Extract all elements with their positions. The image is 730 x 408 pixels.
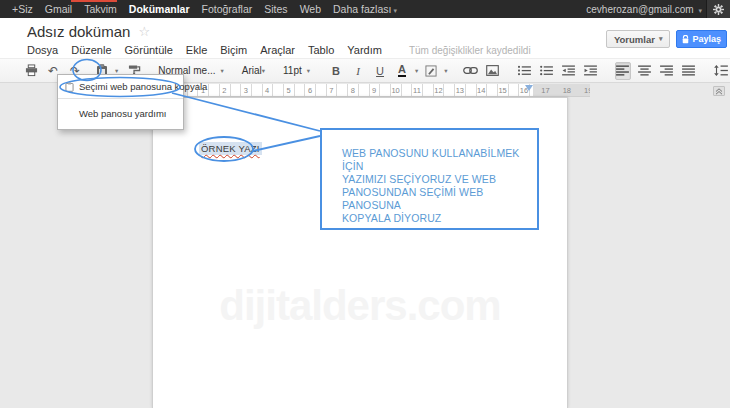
chevron-up-icon	[715, 88, 723, 95]
menu-insert[interactable]: Ekle	[186, 44, 207, 56]
account-email[interactable]: cevherozan@gmail.com ▾	[586, 4, 706, 15]
menu-table[interactable]: Tablo	[308, 44, 334, 56]
line-spacing-button[interactable]	[713, 62, 729, 80]
printer-icon	[25, 64, 38, 77]
menu-tools[interactable]: Araçlar	[260, 44, 295, 56]
gear-icon	[713, 4, 724, 15]
annotation-callout-text: WEB PANOSUNU KULLANABİLMEK İÇİN YAZIMIZI…	[342, 147, 532, 225]
menu-item-copy-to-web-clipboard[interactable]: Seçimi web panosuna kopyala	[58, 78, 183, 96]
topbar-item-sites[interactable]: Sites	[258, 3, 293, 15]
bulleted-list-icon	[540, 65, 553, 76]
menu-separator	[58, 98, 183, 99]
star-icon[interactable]: ☆	[138, 24, 150, 39]
align-center-icon	[638, 65, 651, 76]
ruler-number: 9	[372, 86, 376, 95]
topbar-item-web[interactable]: Web	[294, 3, 327, 15]
menu-bar: Dosya Düzenle Görüntüle Ekle Biçim Araçl…	[27, 44, 531, 56]
ruler-number: 12	[434, 86, 442, 95]
print-button[interactable]	[23, 62, 39, 80]
google-docs-window: +Siz Gmail Takvim Dokümanlar Fotoğraflar…	[0, 0, 730, 408]
ruler-number: 13	[456, 86, 464, 95]
indent-button[interactable]	[583, 62, 599, 80]
document-page[interactable]: ÖRNEK YAZI WEB PANOSUNU KULLANABİLMEK İÇ…	[152, 97, 568, 408]
ruler-number: 5	[287, 86, 291, 95]
clipboard-icon	[65, 82, 74, 92]
active-service-indicator	[71, 0, 117, 2]
line-spacing-icon	[714, 65, 728, 76]
topbar-item-documents[interactable]: Dokümanlar	[123, 3, 196, 15]
font-size-dropdown[interactable]: 11pt▾	[283, 65, 312, 76]
text-color-caret[interactable]: ▾	[415, 67, 418, 75]
annotation-callout-box: WEB PANOSUNU KULLANABİLMEK İÇİN YAZIMIZI…	[320, 128, 539, 230]
link-icon	[463, 66, 478, 75]
highlight-color-button[interactable]	[423, 62, 439, 80]
align-justify-button[interactable]	[681, 62, 697, 80]
ruler-number: 4	[265, 86, 269, 95]
chevron-down-icon: ▾	[393, 7, 397, 14]
highlight-color-icon	[425, 65, 437, 77]
numbered-list-icon	[518, 65, 531, 76]
topbar-item-photos[interactable]: Fotoğraflar	[196, 3, 259, 15]
bulleted-list-button[interactable]	[539, 62, 555, 80]
settings-button[interactable]	[706, 0, 730, 18]
ruler-number: 2	[222, 86, 226, 95]
ruler-number: 6	[308, 86, 312, 95]
chevron-down-icon: ▾	[698, 7, 702, 14]
insert-link-button[interactable]	[463, 62, 479, 80]
hide-controls-button[interactable]	[713, 86, 725, 96]
align-justify-icon	[682, 65, 695, 76]
topbar-item-calendar[interactable]: Takvim	[78, 3, 123, 15]
align-center-button[interactable]	[637, 62, 653, 80]
google-topbar: +Siz Gmail Takvim Dokümanlar Fotoğraflar…	[0, 0, 730, 18]
watermark: dijitalders.com	[153, 282, 567, 330]
bold-button[interactable]: B	[328, 62, 344, 80]
menu-format[interactable]: Biçim	[220, 44, 247, 56]
document-title[interactable]: Adsız doküman	[27, 23, 130, 40]
menu-file[interactable]: Dosya	[27, 44, 58, 56]
share-button[interactable]: Paylaş	[676, 30, 727, 48]
insert-image-button[interactable]	[485, 62, 501, 80]
ruler-number: 19	[584, 86, 590, 95]
document-header: Adsız doküman ☆ Dosya Düzenle Görüntüle …	[0, 18, 730, 58]
more-label: Daha fazlası	[333, 3, 391, 15]
font-family-dropdown[interactable]: Arial▾	[242, 65, 267, 76]
save-status: Tüm değişiklikler kaydedildi	[409, 45, 531, 56]
ruler-number: 8	[351, 86, 355, 95]
comments-button[interactable]: Yorumlar▾	[606, 30, 671, 48]
text-color-button[interactable]: A	[394, 62, 410, 80]
topbar-item-plus-you[interactable]: +Siz	[6, 3, 39, 15]
menu-help[interactable]: Yardım	[347, 44, 382, 56]
selected-document-text[interactable]: ÖRNEK YAZI	[199, 142, 262, 155]
topbar-item-gmail[interactable]: Gmail	[39, 3, 78, 15]
align-left-button[interactable]	[615, 62, 631, 80]
ruler-number: 7	[329, 86, 333, 95]
indent-icon	[584, 65, 597, 76]
align-right-icon	[660, 65, 673, 76]
highlight-color-caret[interactable]: ▾	[444, 67, 447, 75]
document-canvas: 1 12345678910111213141516171819 ÖRNEK YA…	[0, 83, 730, 408]
outdent-icon	[562, 65, 575, 76]
italic-button[interactable]: I	[350, 62, 366, 80]
underline-button[interactable]: U	[372, 62, 388, 80]
topbar-account-area: cevherozan@gmail.com ▾	[586, 0, 730, 18]
ruler-number: 15	[498, 86, 506, 95]
ruler[interactable]: 1 12345678910111213141516171819	[148, 84, 590, 97]
chevron-down-icon: ▾	[307, 67, 310, 75]
chevron-down-icon: ▾	[221, 67, 224, 75]
menu-view[interactable]: Görüntüle	[125, 44, 173, 56]
image-icon	[486, 65, 499, 76]
topbar-item-more[interactable]: Daha fazlası▾	[327, 3, 403, 15]
ruler-number: 3	[244, 86, 248, 95]
menu-edit[interactable]: Düzenle	[71, 44, 111, 56]
ruler-number: 17	[541, 86, 549, 95]
align-left-icon	[616, 65, 629, 76]
menu-item-label: Seçimi web panosuna kopyala	[79, 81, 207, 92]
topbar-services: +Siz Gmail Takvim Dokümanlar Fotoğraflar…	[0, 3, 403, 15]
right-indent-marker[interactable]	[525, 85, 533, 91]
menu-item-web-clipboard-help[interactable]: Web panosu yardımı	[58, 105, 183, 123]
ruler-number: 18	[563, 86, 571, 95]
outdent-button[interactable]	[561, 62, 577, 80]
numbered-list-button[interactable]	[517, 62, 533, 80]
align-right-button[interactable]	[659, 62, 675, 80]
ruler-number: 14	[477, 86, 485, 95]
